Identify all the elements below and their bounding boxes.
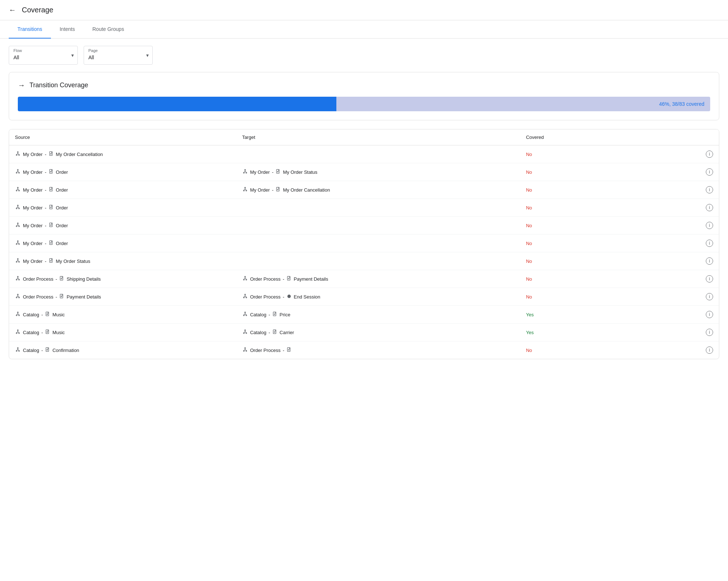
svg-point-68 bbox=[19, 244, 20, 245]
cell-action[interactable]: i bbox=[634, 235, 719, 252]
covered-value: No bbox=[526, 152, 532, 157]
page-filter-wrapper[interactable]: Page All ▾ bbox=[84, 46, 153, 65]
svg-point-90 bbox=[244, 276, 245, 277]
source-page-name: My Order Cancellation bbox=[56, 152, 103, 157]
page-icon bbox=[59, 276, 64, 283]
table-row: My Order - Order Noi bbox=[9, 217, 719, 235]
target-separator: - bbox=[283, 294, 284, 300]
page-icon bbox=[272, 311, 277, 318]
svg-point-86 bbox=[19, 279, 20, 280]
tab-route-groups[interactable]: Route Groups bbox=[84, 20, 133, 39]
transition-arrow-icon: → bbox=[18, 81, 25, 89]
flow-icon bbox=[15, 204, 21, 211]
svg-point-155 bbox=[16, 350, 17, 352]
cell-target: Order Process - Payment Details bbox=[236, 270, 520, 288]
svg-point-115 bbox=[17, 312, 19, 313]
cell-action[interactable]: i bbox=[634, 163, 719, 181]
page-filter: Page All ▾ bbox=[84, 46, 153, 65]
source-page-name: Confirmation bbox=[52, 348, 79, 353]
target-separator: - bbox=[268, 312, 270, 317]
source-flow-name: Catalog bbox=[23, 330, 39, 335]
info-icon[interactable]: i bbox=[706, 186, 713, 193]
cell-covered: No bbox=[520, 145, 633, 163]
svg-point-119 bbox=[16, 315, 17, 316]
info-icon[interactable]: i bbox=[706, 240, 713, 247]
cell-action[interactable]: i bbox=[634, 341, 719, 359]
cell-target bbox=[236, 145, 520, 163]
flow-icon bbox=[242, 311, 248, 318]
cell-action[interactable]: i bbox=[634, 217, 719, 235]
cell-action[interactable]: i bbox=[634, 306, 719, 324]
source-separator: - bbox=[45, 187, 46, 193]
progress-bar-container: 46%, 38/83 covered bbox=[18, 97, 710, 111]
source-flow-name: My Order bbox=[23, 259, 43, 264]
source-flow-name: My Order bbox=[23, 152, 43, 157]
info-icon[interactable]: i bbox=[706, 293, 713, 300]
svg-point-49 bbox=[16, 208, 17, 209]
cell-source: My Order - Order bbox=[9, 199, 236, 217]
tab-intents[interactable]: Intents bbox=[51, 20, 84, 39]
transitions-table: Source Target Covered My Order - My Orde… bbox=[9, 129, 719, 359]
cell-action[interactable]: i bbox=[634, 270, 719, 288]
svg-point-5 bbox=[19, 155, 20, 156]
cell-source: My Order - Order bbox=[9, 163, 236, 181]
table-header-row: Source Target Covered bbox=[9, 129, 719, 145]
info-icon[interactable]: i bbox=[706, 222, 713, 229]
source-page-name: Order bbox=[56, 241, 68, 246]
cell-action[interactable]: i bbox=[634, 145, 719, 163]
svg-point-13 bbox=[16, 172, 17, 173]
target-separator: - bbox=[283, 276, 284, 282]
source-separator: - bbox=[56, 276, 57, 282]
cell-target: Order Process - End Session bbox=[236, 288, 520, 306]
source-page-name: Music bbox=[52, 330, 65, 335]
table-row: Order Process - Shipping Details Order P… bbox=[9, 270, 719, 288]
svg-point-114 bbox=[287, 294, 291, 298]
flow-icon bbox=[15, 347, 21, 354]
covered-value: No bbox=[526, 205, 532, 211]
cell-action[interactable]: i bbox=[634, 252, 719, 270]
table-row: My Order - Order Noi bbox=[9, 199, 719, 217]
coverage-card-title-text: Transition Coverage bbox=[29, 81, 88, 89]
info-icon[interactable]: i bbox=[706, 329, 713, 336]
svg-point-113 bbox=[246, 297, 247, 298]
info-icon[interactable]: i bbox=[706, 311, 713, 318]
svg-point-146 bbox=[243, 333, 244, 334]
info-icon[interactable]: i bbox=[706, 275, 713, 283]
info-icon[interactable]: i bbox=[706, 257, 713, 265]
info-icon[interactable]: i bbox=[706, 204, 713, 211]
svg-point-72 bbox=[17, 259, 19, 260]
end-session-icon bbox=[287, 293, 292, 300]
cell-covered: No bbox=[520, 217, 633, 235]
cell-covered: Yes bbox=[520, 324, 633, 341]
page-icon bbox=[287, 347, 292, 354]
covered-value: Yes bbox=[526, 312, 533, 317]
cell-action[interactable]: i bbox=[634, 199, 719, 217]
table-row: My Order - Order My Order - My Order Can… bbox=[9, 181, 719, 199]
info-icon[interactable]: i bbox=[706, 346, 713, 354]
target-separator: - bbox=[272, 187, 273, 193]
info-icon[interactable]: i bbox=[706, 168, 713, 176]
cell-action[interactable]: i bbox=[634, 181, 719, 199]
target-page-name: Carrier bbox=[280, 330, 294, 335]
tab-transitions[interactable]: Transitions bbox=[9, 20, 51, 39]
source-flow-name: My Order bbox=[23, 187, 43, 193]
filters-section: Flow All ▾ Page All ▾ bbox=[0, 39, 728, 72]
page-icon bbox=[272, 329, 277, 336]
progress-label: 46%, 38/83 covered bbox=[659, 101, 704, 107]
target-flow-name: Catalog bbox=[250, 312, 267, 317]
cell-covered: No bbox=[520, 252, 633, 270]
cell-action[interactable]: i bbox=[634, 288, 719, 306]
back-button[interactable]: ← bbox=[9, 6, 16, 14]
info-icon[interactable]: i bbox=[706, 151, 713, 158]
page-filter-select[interactable]: All bbox=[88, 55, 148, 60]
covered-value: No bbox=[526, 259, 532, 264]
source-separator: - bbox=[45, 169, 46, 175]
cell-target bbox=[236, 235, 520, 252]
flow-filter-select[interactable]: All bbox=[13, 55, 73, 60]
flow-filter-wrapper[interactable]: Flow All ▾ bbox=[9, 46, 78, 65]
page-title: Coverage bbox=[22, 6, 53, 14]
target-flow-name: Order Process bbox=[250, 276, 281, 282]
flow-icon bbox=[15, 276, 21, 283]
source-separator: - bbox=[41, 330, 43, 335]
cell-action[interactable]: i bbox=[634, 324, 719, 341]
